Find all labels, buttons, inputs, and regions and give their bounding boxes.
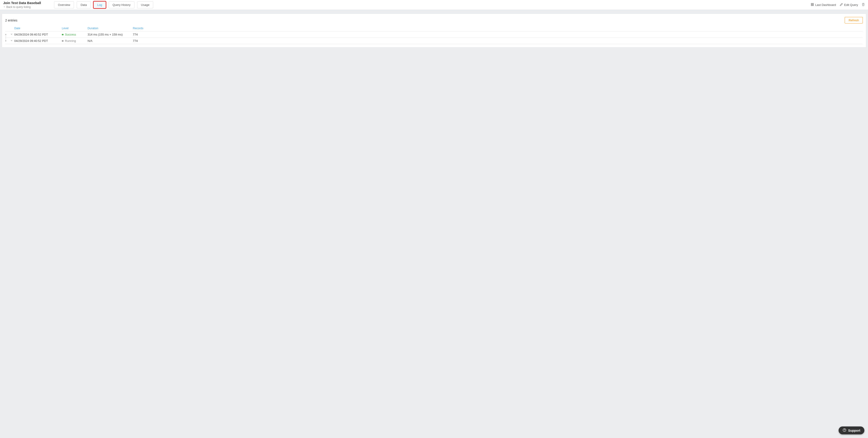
log-records-cell: 774 <box>133 33 863 36</box>
page-header: Join Test Data Baseball Back to query li… <box>0 0 868 10</box>
log-table-head: Date Level Duration Records <box>5 27 863 31</box>
timeline-cell <box>5 33 10 36</box>
svg-rect-3 <box>812 5 813 6</box>
log-card: 2 entries Refresh Date Level Duration Re… <box>2 13 866 48</box>
tab-data[interactable]: Data <box>77 1 91 8</box>
status-dot-icon <box>62 40 64 42</box>
tab-overview[interactable]: Overview <box>54 1 74 8</box>
back-link-label: Back to query listing <box>6 5 31 9</box>
last-dashboard-button[interactable]: Last Dashboard <box>811 3 836 7</box>
log-level-text: Running <box>65 39 76 42</box>
column-header-records[interactable]: Records <box>133 27 863 30</box>
delete-button[interactable] <box>862 3 865 7</box>
log-date-cell: 04/29/2024 09:40:52 PDT <box>14 39 62 42</box>
svg-rect-1 <box>812 3 813 4</box>
chevron-down-icon <box>10 39 13 42</box>
header-title-group: Join Test Data Baseball Back to query li… <box>3 1 52 9</box>
trash-icon <box>862 3 865 7</box>
pencil-icon <box>840 3 843 7</box>
header-actions: Last Dashboard Edit Query <box>811 3 865 7</box>
log-duration-cell: 314 ms (155 ms + 159 ms) <box>88 33 133 36</box>
log-records-cell: 774 <box>133 39 863 42</box>
column-header-level[interactable]: Level <box>62 27 88 30</box>
log-card-header: 2 entries Refresh <box>5 17 863 24</box>
table-row: 04/29/2024 09:40:52 PDT Success 314 ms (… <box>5 31 863 37</box>
tab-usage[interactable]: Usage <box>137 1 153 8</box>
svg-rect-0 <box>811 3 812 4</box>
back-to-query-listing-link[interactable]: Back to query listing <box>3 5 52 9</box>
tab-query-history[interactable]: Query History <box>108 1 134 8</box>
timeline-cell <box>5 39 10 42</box>
chevron-down-icon <box>10 33 13 36</box>
table-row: 04/29/2024 09:40:52 PDT Running N/A 774 <box>5 37 863 44</box>
log-level-text: Success <box>65 33 76 36</box>
column-header-date[interactable]: Date <box>14 27 62 30</box>
edit-query-label: Edit Query <box>844 3 858 6</box>
entries-count: 2 entries <box>5 19 18 22</box>
log-level-cell: Running <box>62 39 88 42</box>
dashboard-icon <box>811 3 814 7</box>
status-dot-icon <box>62 34 64 35</box>
row-expand-toggle[interactable] <box>10 33 14 36</box>
log-date-cell: 04/29/2024 09:40:52 PDT <box>14 33 62 36</box>
log-duration-cell: N/A <box>88 39 133 42</box>
page-title: Join Test Data Baseball <box>3 1 52 5</box>
log-table-body: 04/29/2024 09:40:52 PDT Success 314 ms (… <box>5 31 863 44</box>
tabs-list: Overview Data Log Query History Usage <box>54 1 153 8</box>
edit-query-button[interactable]: Edit Query <box>840 3 858 7</box>
log-level-cell: Success <box>62 33 88 36</box>
column-header-duration[interactable]: Duration <box>88 27 133 30</box>
chevron-left-icon <box>3 5 6 9</box>
svg-rect-2 <box>811 5 812 6</box>
refresh-button[interactable]: Refresh <box>845 17 863 24</box>
row-expand-toggle[interactable] <box>10 39 14 42</box>
timeline-dot-icon <box>5 40 6 41</box>
tab-log[interactable]: Log <box>93 1 106 8</box>
last-dashboard-label: Last Dashboard <box>815 3 836 6</box>
log-table: Date Level Duration Records 04 <box>5 27 863 44</box>
content-area: 2 entries Refresh Date Level Duration Re… <box>0 10 868 51</box>
